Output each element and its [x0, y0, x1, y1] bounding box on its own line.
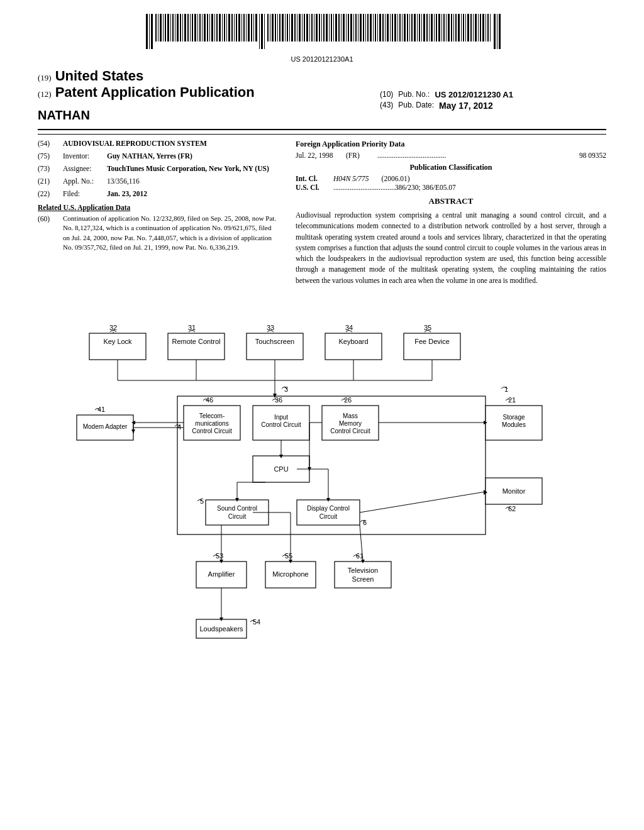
svg-rect-81	[346, 14, 347, 42]
svg-text:54: 54	[253, 618, 260, 626]
svg-text:Modem Adapter: Modem Adapter	[83, 423, 128, 430]
svg-rect-26	[209, 14, 210, 42]
filed-num: (22)	[38, 190, 63, 197]
pub-no-line: (10) Pub. No.: US 2012/0121230 A1	[380, 90, 606, 99]
left-column: (54) AUDIOVISUAL REPRODUCTION SYSTEM (75…	[38, 140, 277, 286]
svg-rect-59	[291, 14, 293, 42]
svg-text:6: 6	[363, 519, 367, 526]
svg-rect-61	[297, 14, 297, 42]
svg-rect-90	[367, 14, 369, 42]
svg-rect-72	[323, 14, 325, 42]
svg-text:Modules: Modules	[502, 421, 526, 428]
barcode-image: /* placeholder */	[133, 13, 511, 50]
svg-text:Storage: Storage	[502, 414, 525, 421]
svg-rect-122	[446, 14, 447, 42]
related-text: Continuation of application No. 12/232,8…	[63, 214, 277, 253]
svg-rect-41	[246, 14, 247, 42]
svg-rect-69	[316, 14, 318, 42]
svg-text:Remote Control: Remote Control	[172, 338, 220, 345]
svg-rect-57	[287, 14, 288, 42]
svg-rect-64	[304, 14, 305, 42]
appl-num: (21)	[38, 177, 63, 185]
foreign-dots: ......................................	[377, 152, 579, 159]
svg-rect-89	[365, 14, 366, 42]
svg-text:Screen: Screen	[352, 575, 374, 583]
page: /* placeholder */	[0, 0, 644, 830]
related-num: (60)	[38, 214, 63, 253]
svg-text:Control Circuit: Control Circuit	[261, 421, 301, 428]
svg-rect-42	[248, 14, 250, 42]
svg-rect-16	[184, 14, 186, 42]
svg-text:Control Circuit: Control Circuit	[330, 428, 370, 434]
svg-rect-65	[306, 14, 308, 42]
svg-rect-85	[355, 14, 357, 42]
related-section: Related U.S. Application Data (60) Conti…	[38, 204, 277, 253]
filed-label: Filed:	[63, 190, 107, 197]
svg-text:Key Lock: Key Lock	[103, 338, 132, 345]
svg-rect-27	[211, 14, 213, 42]
svg-text:Amplifier: Amplifier	[208, 570, 235, 578]
body-columns: (54) AUDIOVISUAL REPRODUCTION SYSTEM (75…	[38, 140, 606, 286]
svg-rect-24	[204, 14, 206, 42]
patent-row: (12) Patent Application Publication (10)…	[38, 84, 606, 111]
svg-text:CPU: CPU	[274, 465, 288, 473]
foreign-app-title: Foreign Application Priority Data	[296, 140, 606, 149]
svg-text:55: 55	[285, 552, 292, 560]
svg-text:Circuit: Circuit	[319, 513, 338, 520]
svg-text:4: 4	[177, 423, 181, 431]
related-field: (60) Continuation of application No. 12/…	[38, 214, 277, 253]
header-section: (19) United States (12) Patent Applicati…	[38, 68, 606, 123]
svg-rect-40	[243, 14, 245, 42]
filed-value: Jan. 23, 2012	[107, 190, 277, 197]
svg-rect-19	[192, 14, 193, 42]
svg-text:36: 36	[275, 396, 282, 404]
svg-rect-32	[224, 14, 225, 42]
svg-rect-14	[180, 14, 181, 42]
inventor-label: Inventor:	[63, 152, 107, 160]
svg-rect-79	[341, 14, 341, 42]
svg-rect-126	[455, 14, 457, 42]
svg-rect-71	[321, 14, 322, 42]
svg-rect-5	[158, 14, 158, 42]
svg-rect-75	[331, 14, 332, 42]
svg-rect-93	[375, 14, 376, 42]
svg-rect-108	[411, 14, 413, 42]
svg-rect-34	[228, 14, 230, 42]
svg-rect-121	[443, 14, 445, 42]
svg-rect-97	[385, 14, 386, 42]
svg-rect-6	[160, 14, 162, 42]
appl-label: Appl. No.:	[63, 177, 107, 185]
svg-rect-17	[187, 14, 189, 42]
inventor-value: Guy NATHAN, Yerres (FR)	[107, 152, 277, 160]
svg-rect-127	[458, 14, 460, 42]
title-field: (54) AUDIOVISUAL REPRODUCTION SYSTEM	[38, 140, 277, 147]
svg-rect-139	[487, 14, 489, 42]
svg-text:Touchscreen: Touchscreen	[255, 338, 294, 345]
svg-rect-78	[338, 14, 340, 42]
us-cl-value: 386/230; 386/E05.07	[395, 184, 456, 191]
svg-rect-67	[311, 14, 313, 42]
header-divider	[38, 129, 606, 130]
svg-rect-104	[402, 14, 402, 42]
svg-rect-115	[429, 14, 430, 42]
svg-text:munications: munications	[195, 420, 228, 427]
svg-rect-102	[397, 14, 398, 42]
svg-rect-136	[480, 14, 481, 42]
svg-rect-23	[202, 14, 203, 42]
svg-text:Memory: Memory	[339, 420, 362, 427]
svg-rect-107	[409, 14, 410, 42]
appl-value: 13/356,116	[107, 177, 277, 185]
svg-rect-124	[451, 14, 452, 42]
svg-rect-49	[267, 14, 269, 42]
svg-text:21: 21	[508, 396, 516, 404]
foreign-num: 98 09352	[579, 152, 606, 159]
svg-text:Monitor: Monitor	[502, 487, 526, 495]
svg-rect-20	[194, 14, 196, 42]
svg-rect-35	[231, 14, 233, 42]
patent-type: Patent Application Publication	[55, 84, 255, 101]
svg-rect-141	[494, 14, 496, 49]
svg-rect-82	[348, 14, 349, 42]
svg-rect-60	[294, 14, 296, 42]
svg-rect-4	[155, 14, 157, 42]
related-title: Related U.S. Application Data	[38, 204, 277, 211]
